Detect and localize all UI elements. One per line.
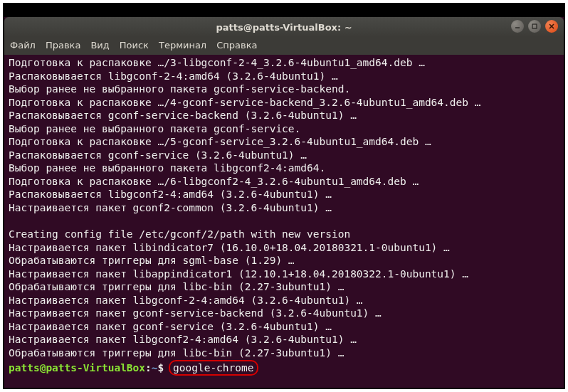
terminal-output-line: Обрабатываются триггеры для libc-bin (2.… — [9, 281, 344, 292]
terminal-window: patts@patts-VirtualBox: ~ Файл Правка Ви… — [4, 17, 564, 388]
screenshot-frame: patts@patts-VirtualBox: ~ Файл Правка Ви… — [3, 3, 565, 389]
terminal-output-line: Настраивается пакет gconf-service-backen… — [9, 307, 382, 319]
menu-terminal[interactable]: Терминал — [159, 40, 206, 51]
menu-edit[interactable]: Правка — [46, 40, 80, 51]
terminal-output-line: Подготовка к распаковке …/3-libgconf-2-4… — [9, 57, 425, 68]
typed-command: google-chrome — [173, 362, 254, 374]
maximize-icon — [531, 23, 538, 30]
terminal-output-line: Настраивается пакет gconf-service (3.2.6… — [9, 321, 332, 332]
terminal-output-line: Настраивается пакет libgconf-2-4:amd64 (… — [9, 295, 363, 306]
terminal-output-line: Выбор ранее не выбранного пакета libgcon… — [9, 162, 325, 174]
prompt-separator: : — [145, 362, 152, 374]
prompt-path: ~ — [152, 362, 158, 374]
close-button[interactable] — [545, 20, 558, 33]
terminal-output-line: Настраивается пакет libappindicator1 (12… — [9, 268, 468, 280]
titlebar[interactable]: patts@patts-VirtualBox: ~ — [4, 17, 564, 37]
terminal-output-line: Подготовка к распаковке …/4-gconf-servic… — [9, 97, 480, 108]
terminal-output-line: Настраивается пакет libgconf2-4:amd64 (3… — [9, 334, 357, 345]
terminal-output-line: Настраивается пакет libindicator7 (16.10… — [9, 242, 450, 253]
terminal-output-line: Выбор ранее не выбранного пакета gconf-s… — [9, 123, 300, 134]
minimize-button[interactable] — [511, 20, 524, 33]
window-title: patts@patts-VirtualBox: ~ — [4, 22, 564, 33]
terminal-output-line: Выбор ранее не выбранного пакета gconf-s… — [9, 83, 350, 95]
minimize-icon — [514, 23, 521, 30]
prompt-user-host: patts@patts-VirtualBox — [9, 362, 145, 374]
menu-file[interactable]: Файл — [10, 40, 36, 51]
menu-view[interactable]: Вид — [90, 40, 109, 51]
prompt-dollar: $ — [158, 362, 164, 374]
menu-search[interactable]: Поиск — [120, 40, 149, 51]
menubar: Файл Правка Вид Поиск Терминал Справка — [4, 37, 564, 55]
window-controls — [511, 20, 558, 33]
terminal-output-line: Подготовка к распаковке …/5-gconf-servic… — [9, 136, 431, 147]
terminal-output-line: Обрабатываются триггеры для sgml-base (1… — [9, 255, 295, 266]
terminal-output-line: Обрабатываются триггеры для libc-bin (2.… — [9, 347, 344, 359]
terminal-output-line: Распаковывается libgconf2-4:amd64 (3.2.6… — [9, 189, 332, 200]
terminal-body[interactable]: Подготовка к распаковке …/3-libgconf-2-4… — [4, 55, 564, 388]
terminal-output-line: Распаковывается gconf-service (3.2.6-4ub… — [9, 149, 307, 161]
maximize-button[interactable] — [528, 20, 541, 33]
terminal-output-line: Подготовка к распаковке …/6-libgconf2-4_… — [9, 176, 419, 187]
command-highlight: google-chrome — [169, 360, 258, 376]
terminal-output-line: Настраивается пакет gconf2-common (3.2.6… — [9, 202, 332, 213]
svg-rect-1 — [532, 24, 537, 28]
menu-help[interactable]: Справка — [216, 40, 257, 51]
terminal-output-line: Распаковывается gconf-service-backend (3… — [9, 110, 357, 121]
terminal-output-line: Распаковывается libgconf-2-4:amd64 (3.2.… — [9, 70, 338, 82]
close-icon — [548, 23, 555, 30]
terminal-output-line: Creating config file /etc/gconf/2/path w… — [9, 228, 350, 240]
